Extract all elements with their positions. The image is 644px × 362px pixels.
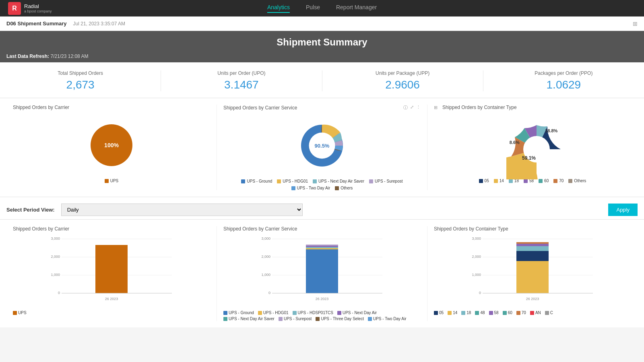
carrier-pie-panel: Shipped Orders by Carrier 100% UPS [6, 105, 217, 190]
breadcrumb-bar: D06 Shipment Summary Jul 21, 2023 3:35:0… [0, 16, 644, 31]
carrier-service-pie-label: 90.5% [315, 143, 330, 149]
svg-text:3,000: 3,000 [472, 237, 481, 241]
carrier-service-bar-panel: Shipped Orders by Carrier Service 3,000 … [217, 226, 427, 321]
container-type-bar-chart: 3,000 2,000 1,000 0 26 2023 [434, 235, 631, 307]
kpi-value-0: 2,673 [0, 78, 161, 91]
carrier-service-pie-title: Shipped Orders by Carrier Service ⓘ ⤢ ⋮ [223, 105, 421, 111]
carrier-service-bar-title: Shipped Orders by Carrier Service [223, 226, 421, 232]
svg-text:1,000: 1,000 [261, 273, 270, 277]
carrier-service-pie-chart: 90.5% [296, 119, 348, 172]
svg-text:0: 0 [58, 291, 60, 295]
svg-text:1,000: 1,000 [51, 273, 60, 277]
nav-report-manager[interactable]: Report Manager [336, 4, 377, 13]
carrier-bar-title: Shipped Orders by Carrier [13, 226, 210, 232]
period-section: Select Period View: Daily Weekly Monthly… [0, 197, 644, 220]
carrier-service-pie-container: 90.5% UPS - Ground UPS - HDG01 UPS - Nex… [223, 115, 421, 190]
data-refresh-bar: Last Data Refresh: 7/21/23 12:08 AM [0, 52, 644, 62]
more-icon[interactable]: ⋮ [416, 105, 421, 111]
info-icon[interactable]: ⓘ [403, 105, 408, 111]
svg-text:26 2023: 26 2023 [316, 297, 329, 301]
nav-links: Analytics Pulse Report Manager [267, 4, 377, 13]
report-title: Shipment Summary [0, 37, 644, 48]
kpi-value-1: 3.1467 [161, 78, 322, 91]
carrier-service-bar-legend: UPS - Ground UPS - HDG01 UPS - HDSP01TCS… [223, 311, 421, 321]
container-pct-3: 59.1% [522, 155, 536, 161]
svg-text:2,000: 2,000 [261, 255, 270, 259]
svg-rect-42 [516, 244, 549, 246]
apply-button[interactable]: Apply [608, 204, 638, 216]
svg-text:2,000: 2,000 [51, 255, 60, 259]
container-type-pie-title: ⊞ Shipped Orders by Container Type [434, 105, 631, 110]
container-type-pie-container: 18.8% 8.6% 59.1% 05 14 18 58 60 70 Other… [434, 115, 631, 183]
carrier-pie-title: Shipped Orders by Carrier [13, 105, 210, 110]
svg-rect-25 [306, 248, 338, 249]
container-pct-1: 18.8% [545, 128, 557, 133]
logo-icon: R [8, 2, 21, 15]
chart-icons: ⓘ ⤢ ⋮ [403, 105, 421, 111]
last-refresh-value: 7/21/23 12:08 AM [50, 53, 88, 59]
svg-rect-28 [306, 245, 338, 246]
container-type-bar-panel: Shipped Orders by Container Type 3,000 2… [427, 226, 638, 321]
period-select[interactable]: Daily Weekly Monthly [61, 204, 303, 216]
svg-rect-41 [516, 246, 549, 251]
expand-icon[interactable]: ⤢ [410, 105, 414, 111]
container-type-pie-panel: ⊞ Shipped Orders by Container Type [427, 105, 638, 190]
kpi-label-3: Packages per Order (PPO) [483, 70, 644, 76]
carrier-bar-panel: Shipped Orders by Carrier 3,000 2,000 1,… [6, 226, 217, 321]
container-pct-2: 8.6% [510, 140, 520, 145]
kpi-total-shipped: Total Shipped Orders 2,673 [0, 70, 161, 91]
nav-analytics[interactable]: Analytics [267, 4, 290, 13]
pie-charts-row: Shipped Orders by Carrier 100% UPS Shipp… [0, 98, 644, 197]
kpi-section: Total Shipped Orders 2,673 Units per Ord… [0, 62, 644, 98]
svg-rect-27 [306, 246, 338, 247]
kpi-label-1: Units per Order (UPO) [161, 70, 322, 76]
carrier-legend: UPS [105, 179, 119, 183]
svg-text:1,000: 1,000 [472, 273, 481, 277]
svg-text:3,000: 3,000 [261, 237, 270, 241]
breadcrumb-title: D06 Shipment Summary [6, 21, 67, 27]
period-label: Select Period View: [6, 207, 55, 213]
logo-text: Radial a bpost company [24, 3, 52, 14]
carrier-bar-legend: UPS [13, 311, 210, 315]
svg-rect-26 [306, 247, 338, 248]
report-header: Shipment Summary [0, 31, 644, 52]
svg-text:3,000: 3,000 [51, 237, 60, 241]
breadcrumb-icon: ⊞ [633, 21, 638, 27]
svg-rect-24 [306, 249, 338, 293]
svg-text:2,000: 2,000 [472, 255, 481, 259]
carrier-service-bar-chart: 3,000 2,000 1,000 0 26 2023 [223, 235, 421, 307]
breadcrumb-date: Jul 21, 2023 3:35:07 AM [73, 21, 125, 27]
logo-name: Radial [24, 3, 52, 10]
legend-ups: UPS [105, 179, 119, 183]
svg-text:26 2023: 26 2023 [105, 297, 118, 301]
svg-rect-13 [95, 245, 128, 293]
bar-charts-row: Shipped Orders by Carrier 3,000 2,000 1,… [0, 220, 644, 327]
svg-rect-40 [516, 251, 549, 261]
nav-pulse[interactable]: Pulse [306, 4, 320, 13]
svg-text:0: 0 [268, 291, 270, 295]
top-nav: R Radial a bpost company Analytics Pulse… [0, 0, 644, 16]
svg-rect-43 [516, 242, 549, 244]
kpi-label-2: Units per Package (UPP) [322, 70, 483, 76]
kpi-value-2: 2.9606 [322, 78, 483, 91]
carrier-pie-container: 100% UPS [13, 115, 210, 183]
container-type-bar-title: Shipped Orders by Container Type [434, 226, 631, 232]
kpi-upo: Units per Order (UPO) 3.1467 [161, 70, 322, 91]
logo: R Radial a bpost company [8, 2, 52, 15]
container-type-bar-legend: 05 14 18 48 58 60 70 AN C [434, 311, 631, 315]
kpi-upp: Units per Package (UPP) 2.9606 [322, 70, 483, 91]
svg-text:0: 0 [479, 291, 481, 295]
svg-rect-39 [516, 261, 549, 293]
carrier-bar-chart: 3,000 2,000 1,000 0 26 2023 [13, 235, 210, 307]
kpi-value-3: 1.0629 [483, 78, 644, 91]
kpi-label-0: Total Shipped Orders [0, 70, 161, 76]
carrier-pie-chart: 100% [85, 119, 138, 171]
carrier-service-legend: UPS - Ground UPS - HDG01 UPS - Next Day … [223, 179, 421, 190]
logo-sub: a bpost company [24, 9, 52, 13]
last-refresh-label: Last Data Refresh: [6, 53, 49, 59]
kpi-ppo: Packages per Order (PPO) 1.0629 [483, 70, 644, 91]
container-type-pie-chart: 18.8% 8.6% 59.1% [506, 119, 559, 171]
carrier-pie-label: 100% [104, 142, 119, 148]
svg-text:26 2023: 26 2023 [526, 297, 539, 301]
carrier-service-pie-panel: Shipped Orders by Carrier Service ⓘ ⤢ ⋮ [217, 105, 427, 190]
